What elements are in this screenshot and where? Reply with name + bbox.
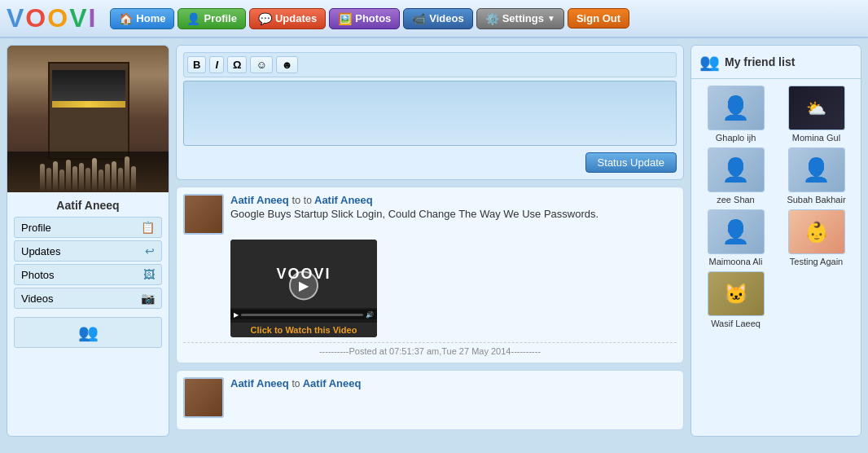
friend-list-title: My friend list (725, 55, 795, 68)
video-volume-icon[interactable]: 🔊 (366, 311, 374, 319)
friend-avatar: 👤 (708, 86, 765, 130)
video-play-icon[interactable]: ▶ (234, 311, 239, 319)
post-avatar-image-2 (185, 379, 222, 416)
post-timestamp: ----------Posted at 07:51:37 am,Tue 27 M… (183, 342, 677, 356)
app-logo: VOOVI (7, 3, 97, 33)
baby-icon: 👶 (804, 221, 829, 244)
friend-avatar: 👤 (708, 209, 765, 254)
add-friend-icon: 👥 (78, 323, 99, 341)
friend-item[interactable]: 👤 Maimoona Ali (698, 209, 774, 266)
nav-settings-button[interactable]: ⚙️ Settings ▼ (476, 8, 564, 29)
top-navigation: VOOVI 🏠 Home 👤 Profile 💬 Updates 🖼️ Phot… (0, 0, 868, 38)
friends-grid: 👤 Ghaplo ijh ⛅ Momina Gul 👤 (691, 79, 861, 335)
friend-avatar: ⛅ (788, 86, 845, 130)
profile-icon: 👤 (186, 12, 200, 25)
post-author-avatar (183, 194, 224, 235)
video-progress-bar[interactable] (241, 314, 363, 316)
click-to-watch-label[interactable]: Click to Watch this Video (230, 323, 377, 337)
post-header: Aatif Aneeq to to Aatif Aneeq Google Buy… (183, 194, 677, 235)
videos-icon: 📹 (412, 12, 426, 25)
left-sidebar: Aatif Aneeq Profile 📋 Updates ↩ Photos 🖼… (7, 45, 169, 437)
friend-avatar-placeholder: 👤 (789, 148, 844, 191)
status-btn-row: Status Update (183, 152, 677, 173)
photos-icon: 🖼️ (338, 12, 352, 25)
status-textarea[interactable] (183, 81, 677, 146)
center-feed: B I Ω ☺ ☻ Status Update Aatif Aneeq (176, 45, 684, 437)
post-item: Aatif Aneeq to to Aatif Aneeq Google Buy… (176, 187, 684, 363)
post-item-2: Aatif Aneeq to Aatif Aneeq (176, 370, 684, 430)
friend-item[interactable]: 👤 Ghaplo ijh (698, 86, 774, 143)
friend-name: Ghaplo ijh (716, 133, 756, 143)
nav-updates-button[interactable]: 💬 Updates (249, 8, 326, 29)
add-friend-button[interactable]: 👥 (14, 317, 162, 348)
friends-icon: 👥 (699, 52, 720, 72)
friend-item[interactable]: 👶 Testing Again (778, 209, 854, 266)
person-placeholder-icon: 👤 (721, 156, 750, 183)
profile-menu-icon: 📋 (141, 221, 155, 234)
nav-photos-button[interactable]: 🖼️ Photos (329, 8, 400, 29)
omega-button[interactable]: Ω (227, 56, 247, 73)
sidebar-username: Aatif Aneeq (7, 192, 169, 217)
friend-name: zee Shan (717, 195, 754, 205)
home-icon: 🏠 (119, 12, 133, 25)
cloud-icon: ⛅ (806, 99, 826, 118)
friend-avatar-placeholder: 👤 (708, 86, 764, 130)
friend-avatar-baby: 👶 (789, 210, 844, 253)
italic-button[interactable]: I (209, 56, 224, 73)
friend-item[interactable]: 👤 zee Shan (698, 147, 774, 205)
post-meta: Aatif Aneeq to to Aatif Aneeq Google Buy… (230, 194, 677, 220)
friend-name: Testing Again (790, 257, 843, 266)
friend-avatar-placeholder: 👤 (708, 148, 764, 191)
person-placeholder-icon: 👤 (721, 95, 750, 121)
friend-item[interactable]: 🐱 Wasif Laeeq (698, 271, 774, 328)
sidebar-menu: Profile 📋 Updates ↩ Photos 🖼 Videos 📷 (7, 217, 169, 309)
friend-avatar: 👤 (708, 147, 765, 192)
emoticon2-button[interactable]: ☻ (276, 56, 299, 73)
sidebar-item-videos[interactable]: Videos 📷 (14, 288, 162, 309)
video-thumbnail[interactable]: VOOVI ▶ ▶ 🔊 Click to Watch this Video (230, 240, 377, 337)
sidebar-item-photos[interactable]: Photos 🖼 (14, 264, 162, 285)
friend-name: Momina Gul (792, 133, 840, 143)
post-text: Google Buys Startup Slick Login, Could C… (230, 208, 677, 220)
nav-signout-button[interactable]: Sign Out (568, 8, 629, 29)
right-sidebar: 👥 My friend list 👤 Ghaplo ijh ⛅ (690, 45, 861, 437)
person-placeholder-icon: 👤 (802, 156, 831, 183)
updates-icon: 💬 (258, 12, 272, 25)
friend-item[interactable]: ⛅ Momina Gul (778, 86, 854, 143)
videos-menu-icon: 📷 (141, 292, 155, 305)
friend-name: Wasif Laeeq (711, 319, 761, 328)
friend-name: Subah Bakhair (787, 195, 845, 205)
main-layout: Aatif Aneeq Profile 📋 Updates ↩ Photos 🖼… (0, 38, 868, 443)
settings-dropdown-icon: ▼ (547, 14, 555, 23)
profile-picture (7, 46, 169, 192)
profile-image (7, 46, 169, 192)
friend-avatar: 👶 (788, 209, 845, 254)
post-author-link[interactable]: Aatif Aneeq to to Aatif Aneeq (230, 194, 677, 206)
nav-videos-button[interactable]: 📹 Videos (403, 8, 472, 29)
nav-home-button[interactable]: 🏠 Home (110, 8, 174, 29)
friend-list-header: 👥 My friend list (691, 46, 861, 79)
friend-avatar-placeholder: 👤 (708, 210, 764, 253)
friend-avatar-dark: ⛅ (789, 86, 844, 130)
sidebar-item-profile[interactable]: Profile 📋 (14, 217, 162, 238)
post-avatar-image (185, 196, 222, 233)
updates-menu-icon: ↩ (145, 244, 155, 257)
sidebar-item-updates[interactable]: Updates ↩ (14, 240, 162, 262)
status-toolbar: B I Ω ☺ ☻ (183, 52, 677, 77)
friend-avatar: 👤 (788, 147, 845, 192)
play-button[interactable]: ▶ (289, 270, 318, 300)
post-author-link-2[interactable]: Aatif Aneeq to Aatif Aneeq (230, 377, 677, 389)
status-update-button[interactable]: Status Update (585, 152, 677, 173)
friend-item[interactable]: 👤 Subah Bakhair (778, 147, 854, 205)
bold-button[interactable]: B (187, 56, 206, 73)
friend-name: Maimoona Ali (708, 257, 762, 266)
photos-menu-icon: 🖼 (143, 268, 155, 281)
nav-profile-button[interactable]: 👤 Profile (178, 8, 245, 29)
video-controls: ▶ 🔊 (230, 310, 377, 319)
post-header-2: Aatif Aneeq to Aatif Aneeq (183, 377, 677, 418)
friend-avatar-cat: 🐱 (708, 272, 764, 315)
settings-icon: ⚙️ (485, 12, 499, 25)
emoticon1-button[interactable]: ☺ (250, 56, 272, 73)
person-placeholder-icon: 👤 (721, 218, 750, 245)
cat-icon: 🐱 (724, 283, 748, 306)
